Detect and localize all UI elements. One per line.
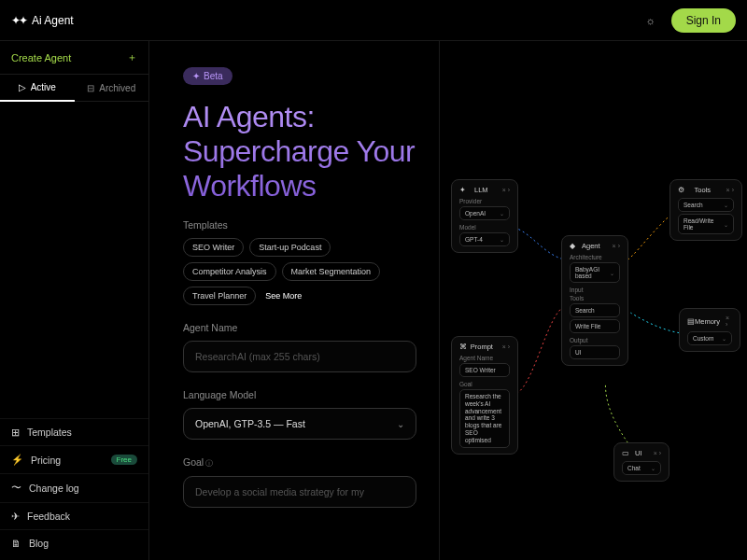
create-agent-label: Create Agent: [11, 52, 71, 63]
chevron-down-icon: ⌄: [500, 210, 504, 217]
agent-tool-field[interactable]: Write File: [570, 319, 620, 333]
tool-item[interactable]: Read/Write File⌄: [678, 214, 734, 234]
bolt-icon: ⚡: [11, 454, 23, 466]
form-column: ✦ Beta AI Agents: Supercharge Your Workf…: [149, 41, 439, 560]
ui-icon: ▭: [622, 449, 629, 457]
nav-pricing[interactable]: ⚡ Pricing Free: [0, 445, 148, 473]
chevron-down-icon: ⌄: [724, 202, 728, 208]
theme-toggle[interactable]: ☼: [640, 9, 662, 32]
close-icon[interactable]: × ›: [654, 450, 661, 456]
sun-icon: ☼: [646, 15, 655, 26]
language-model-value: OpenAI, GTP-3.5 — Fast: [195, 418, 305, 429]
llm-model-select[interactable]: GPT-4⌄: [459, 232, 510, 246]
llm-provider-select[interactable]: OpenAI⌄: [459, 206, 510, 220]
memory-icon: ▤: [687, 317, 695, 326]
chart-icon: 〜: [11, 482, 21, 495]
node-llm[interactable]: ✦LLM× › Provider OpenAI⌄ Model GPT-4⌄: [451, 179, 518, 253]
agent-icon: ◆: [570, 242, 575, 250]
template-chip[interactable]: Market Segmentation: [282, 262, 381, 281]
brand: ✦✦ Ai Agent: [11, 14, 74, 27]
tab-archived[interactable]: ⊟ Archived: [75, 75, 149, 102]
agent-tool-field[interactable]: Search: [570, 303, 620, 317]
template-chip[interactable]: Travel Planner: [183, 287, 256, 305]
node-agent[interactable]: ◆Agent× › Architecture BabyAGI based⌄ In…: [561, 235, 628, 366]
agent-name-field[interactable]: [183, 341, 416, 372]
graph-canvas[interactable]: ✦LLM× › Provider OpenAI⌄ Model GPT-4⌄ ⌘P…: [439, 41, 747, 560]
language-model-select[interactable]: OpenAI, GTP-3.5 — Fast ⌄: [183, 408, 416, 440]
play-icon: ▷: [19, 82, 26, 92]
create-agent-button[interactable]: Create Agent ＋: [0, 41, 148, 75]
nav-templates[interactable]: ⊞ Templates: [0, 418, 148, 445]
prompt-goal-field[interactable]: Research the week's AI advancement and w…: [459, 389, 510, 448]
close-icon[interactable]: × ›: [726, 187, 734, 193]
chevron-down-icon: ⌄: [722, 335, 726, 342]
agent-name-label: Agent Name: [183, 322, 416, 333]
brand-name: Ai Agent: [32, 14, 74, 27]
plus-icon: ＋: [127, 50, 137, 64]
chevron-down-icon: ⌄: [397, 419, 404, 429]
node-prompt[interactable]: ⌘Prompt× › Agent Name SEO Writer Goal Re…: [451, 336, 518, 455]
nav-feedback[interactable]: ✈ Feedback: [0, 502, 148, 529]
close-icon[interactable]: × ›: [502, 343, 510, 350]
goal-label: Goal: [183, 456, 416, 469]
node-memory[interactable]: ▤Memory× › Custom⌄: [679, 308, 740, 352]
hero-title: AI Agents: Supercharge Your Workflows: [183, 100, 416, 203]
node-tools[interactable]: ⚙Tools× › Search⌄ Read/Write File⌄: [669, 179, 742, 241]
send-icon: ✈: [11, 511, 20, 522]
template-chip[interactable]: Competitor Analysis: [183, 262, 276, 281]
agent-arch-select[interactable]: BabyAGI based⌄: [570, 262, 620, 283]
template-chip[interactable]: Start-up Podcast: [249, 238, 331, 257]
close-icon[interactable]: × ›: [613, 243, 620, 249]
node-ui[interactable]: ▭UI× › Chat⌄: [613, 442, 669, 482]
nav-blog[interactable]: 🗎 Blog: [0, 529, 148, 556]
memory-select[interactable]: Custom⌄: [687, 331, 732, 345]
see-more-link[interactable]: See More: [261, 287, 305, 304]
agent-output-field[interactable]: UI: [570, 345, 620, 359]
goal-field[interactable]: [183, 476, 416, 508]
tools-icon: ⚙: [678, 186, 684, 194]
prompt-name-field[interactable]: SEO Writer: [459, 363, 510, 377]
close-icon[interactable]: × ›: [726, 315, 732, 328]
language-model-label: Language Model: [183, 389, 416, 400]
nav-changelog[interactable]: 〜 Change log: [0, 473, 148, 502]
ui-select[interactable]: Chat⌄: [622, 461, 661, 475]
sparkle-icon: ✦: [192, 71, 200, 81]
tool-item[interactable]: Search⌄: [678, 198, 734, 212]
agent-name-input[interactable]: [195, 351, 404, 362]
templates-icon: ⊞: [11, 427, 20, 438]
close-icon[interactable]: × ›: [502, 187, 510, 193]
chevron-down-icon: ⌄: [724, 221, 728, 228]
template-chip[interactable]: SEO Writer: [183, 238, 244, 257]
template-chips: SEO Writer Start-up Podcast Competitor A…: [183, 238, 416, 305]
goal-input[interactable]: [195, 486, 404, 497]
chevron-down-icon: ⌄: [610, 270, 614, 276]
signin-button[interactable]: Sign In: [671, 8, 736, 33]
tab-active[interactable]: ▷ Active: [0, 75, 75, 102]
chevron-down-icon: ⌄: [500, 236, 504, 243]
beta-badge: ✦ Beta: [183, 67, 233, 85]
doc-icon: 🗎: [11, 538, 21, 549]
prompt-icon: ⌘: [459, 343, 467, 351]
brand-sparkle-icon: ✦✦: [11, 14, 26, 27]
chevron-down-icon: ⌄: [651, 465, 655, 471]
free-badge: Free: [111, 455, 137, 465]
archive-icon: ⊟: [87, 83, 94, 93]
templates-label: Templates: [183, 219, 416, 231]
sidebar: Create Agent ＋ ▷ Active ⊟ Archived ⊞ Tem…: [0, 41, 149, 560]
bolt-icon: ✦: [459, 186, 466, 194]
